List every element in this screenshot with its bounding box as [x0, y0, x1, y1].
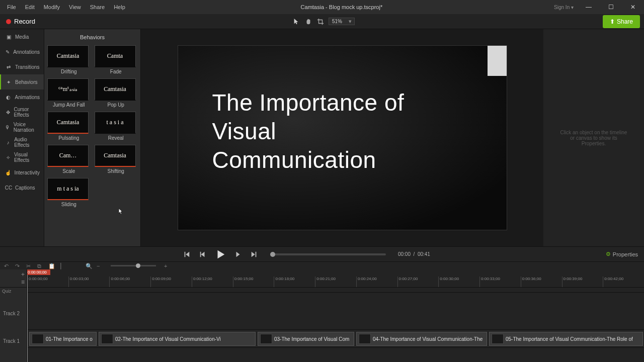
- rail-transitions[interactable]: ⇄Transitions: [0, 59, 44, 74]
- zoom-out-icon[interactable]: 🔍: [86, 263, 92, 269]
- menu-view[interactable]: View: [65, 3, 85, 12]
- track2-label[interactable]: Track 2: [0, 295, 27, 332]
- step-back-button[interactable]: [198, 249, 208, 259]
- menu-modify[interactable]: Modify: [40, 3, 64, 12]
- voice-narration-icon: 🎙: [5, 124, 11, 131]
- behavior-scale[interactable]: Cam…Scale: [47, 145, 91, 174]
- properties-toggle[interactable]: ⚙ Properties: [606, 251, 638, 257]
- ruler-tick: 0:00:27;00: [397, 277, 439, 287]
- animations-icon: ◐: [5, 94, 12, 101]
- minus-icon[interactable]: −: [97, 263, 103, 269]
- cut-icon[interactable]: ✂: [26, 263, 32, 269]
- quiz-row[interactable]: [27, 288, 644, 293]
- seek-bar[interactable]: [270, 253, 386, 255]
- canvas-overlay-box[interactable]: [488, 46, 507, 76]
- ruler-tick: 0:00:39;00: [562, 277, 603, 287]
- signin-button[interactable]: Sign In ▾: [554, 5, 574, 10]
- behavior-thumbnail: t a s i a: [95, 112, 136, 134]
- behaviors-icon: ✦: [5, 78, 12, 85]
- rail-audio-effects[interactable]: ♪Audio Effects: [0, 135, 44, 150]
- behavior-thumbnail: Camtasia: [47, 45, 89, 67]
- rail-annotations[interactable]: ✎Annotations: [0, 44, 44, 59]
- cursor-effects-icon: ✥: [5, 109, 11, 116]
- track-1[interactable]: 01-The Importance o02-The Importance of …: [27, 330, 644, 348]
- clip-label: 03-The Importance of Visual Com: [274, 336, 349, 342]
- menu-help[interactable]: Help: [110, 3, 129, 12]
- behavior-sliding[interactable]: m t a s iaSliding: [47, 178, 91, 207]
- timeline-clip[interactable]: 05-The Importance of Visual Communicatio…: [489, 332, 643, 346]
- next-clip-button[interactable]: [249, 249, 259, 259]
- plus-icon[interactable]: +: [164, 263, 170, 269]
- record-button[interactable]: Record: [0, 18, 41, 25]
- play-button[interactable]: [214, 248, 227, 261]
- crop-tool-icon[interactable]: [316, 18, 325, 26]
- behavior-pop-up[interactable]: CamtasiaPop Up: [95, 78, 138, 108]
- timeline-clip[interactable]: 02-The Importance of Visual Communicatio…: [99, 332, 256, 346]
- rail-behaviors[interactable]: ✦Behaviors: [0, 74, 44, 89]
- rail-cursor-effects[interactable]: ✥Cursor Effects: [0, 105, 44, 120]
- menu-bar: File Edit Modify View Share Help: [0, 3, 129, 12]
- behavior-shifting[interactable]: CamtasiaShifting: [95, 145, 138, 174]
- ruler-tick: 0:00:09;00: [150, 277, 192, 287]
- track-options-button[interactable]: ≡: [21, 279, 25, 286]
- behavior-jump-and-fall[interactable]: ᶜᵃmᵗₐₛᵢₐJump And Fall: [47, 78, 91, 108]
- rail-visual-effects[interactable]: ✧Visual Effects: [0, 150, 44, 165]
- rail-interactivity[interactable]: ☝Interactivity: [0, 165, 44, 180]
- rail-captions[interactable]: CCCaptions: [0, 180, 44, 195]
- track1-label[interactable]: Track 1: [0, 332, 27, 350]
- slide-title[interactable]: The Importance of Visual Communication: [212, 88, 405, 174]
- split-icon[interactable]: ⎮: [59, 263, 65, 269]
- clip-thumbnail: [492, 334, 504, 344]
- minimize-button[interactable]: —: [582, 4, 596, 11]
- prev-clip-button[interactable]: [182, 249, 192, 259]
- rail-animations[interactable]: ◐Animations: [0, 89, 44, 105]
- redo-icon[interactable]: ↷: [15, 263, 21, 269]
- visual-effects-icon: ✧: [5, 154, 11, 161]
- media-icon: ▣: [5, 33, 12, 40]
- behavior-fade[interactable]: CamtaFade: [95, 45, 138, 74]
- playback-time: 00:00 / 00:41: [398, 251, 430, 257]
- zoom-slider[interactable]: [111, 265, 156, 266]
- pointer-tool-icon[interactable]: [292, 18, 300, 26]
- close-button[interactable]: ✕: [626, 4, 640, 11]
- gear-icon: ⚙: [606, 251, 611, 257]
- canvas-area[interactable]: The Importance of Visual Communication: [141, 29, 543, 246]
- timeline-clip[interactable]: 04-The Importance of Visual Communicatio…: [356, 332, 487, 346]
- zoom-knob[interactable]: [136, 263, 140, 268]
- behavior-label: Jump And Fall: [47, 101, 91, 108]
- rail-voice-narration[interactable]: 🎙Voice Narration: [0, 120, 44, 135]
- step-forward-button[interactable]: [233, 249, 243, 259]
- menu-share[interactable]: Share: [86, 3, 109, 12]
- preview-canvas[interactable]: The Importance of Visual Communication: [178, 45, 507, 230]
- seek-thumb[interactable]: [270, 252, 275, 257]
- transitions-icon: ⇄: [5, 63, 12, 70]
- timeline-ruler[interactable]: 0:00:00;000:00:03;000:00:06;000:00:09;00…: [27, 277, 644, 288]
- copy-icon[interactable]: ⧉: [37, 263, 43, 269]
- behavior-thumbnail: Camtasia: [95, 145, 136, 167]
- quiz-label: Quiz: [0, 288, 27, 295]
- behavior-label: Fade: [95, 67, 138, 74]
- share-button[interactable]: ⬆ Share: [603, 15, 640, 28]
- behavior-drifting[interactable]: CamtasiaDrifting: [47, 45, 91, 74]
- paste-icon[interactable]: 📋: [48, 263, 54, 269]
- timeline-clip[interactable]: 01-The Importance o: [29, 332, 97, 346]
- playhead[interactable]: 0:00:00;00: [27, 269, 28, 362]
- track-2[interactable]: [27, 293, 644, 330]
- menu-edit[interactable]: Edit: [21, 3, 39, 12]
- left-rail: ▣Media ✎Annotations ⇄Transitions ✦Behavi…: [0, 29, 44, 246]
- menu-file[interactable]: File: [3, 3, 20, 12]
- maximize-button[interactable]: ☐: [604, 4, 618, 11]
- timeline-clip[interactable]: 03-The Importance of Visual Com: [258, 332, 354, 346]
- behavior-thumbnail: m t a s ia: [47, 178, 89, 200]
- behavior-pulsating[interactable]: CamtasiaPulsating: [47, 112, 91, 141]
- playhead-time: 0:00:00;00: [27, 269, 50, 275]
- behavior-reveal[interactable]: t a s i aReveal: [95, 112, 138, 141]
- undo-icon[interactable]: ↶: [4, 263, 10, 269]
- rail-media[interactable]: ▣Media: [0, 29, 44, 44]
- record-label: Record: [14, 18, 35, 25]
- ruler-tick: 0:00:03;00: [68, 277, 110, 287]
- behavior-thumbnail: Camtasia: [47, 112, 89, 134]
- hand-tool-icon[interactable]: [304, 18, 312, 26]
- clip-label: 04-The Importance of Visual Communicatio…: [373, 336, 482, 342]
- add-track-button[interactable]: +: [21, 271, 25, 278]
